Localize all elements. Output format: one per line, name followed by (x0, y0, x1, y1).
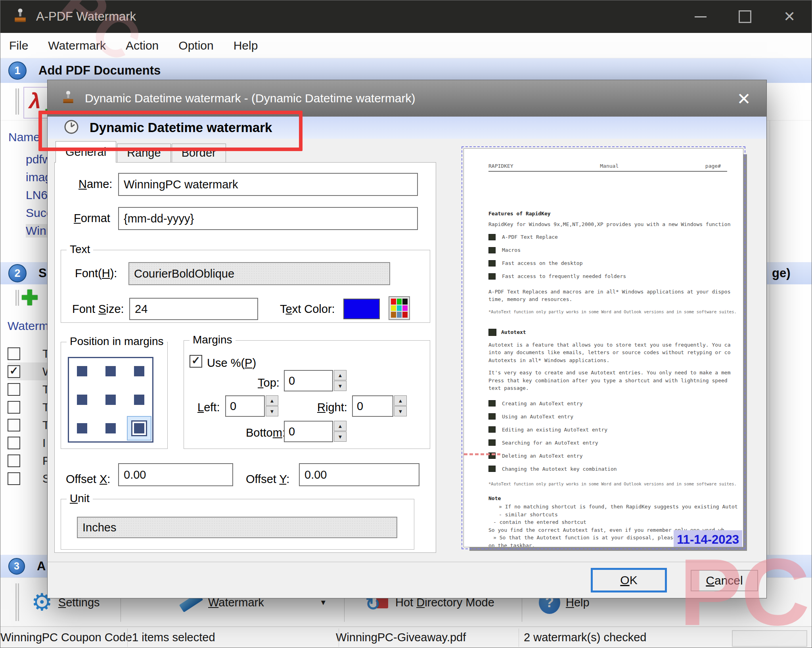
dialog-title-bar: Dynamic Datetime watermark - (Dynamic Da… (48, 80, 766, 117)
watermark-checkbox[interactable] (8, 347, 20, 360)
dropdown-arrow-icon[interactable]: ▾ (321, 597, 326, 608)
format-dropdown[interactable]: {mm-dd-yyyy} (118, 207, 418, 230)
position-cell[interactable] (71, 417, 94, 440)
bullet-icon (488, 439, 496, 446)
bottom-margin-label: Bottom: (246, 426, 285, 439)
format-label: Format (74, 212, 110, 225)
spin-down-icon[interactable]: ▼ (394, 406, 407, 416)
right-margin-label: Right: (317, 401, 347, 414)
spin-up-icon[interactable]: ▲ (266, 395, 278, 406)
watermark-checkbox[interactable] (8, 437, 20, 449)
file-row[interactable]: imag (8, 168, 53, 186)
file-row[interactable]: pdfw (8, 150, 53, 168)
unit-dropdown[interactable]: Inches (77, 517, 397, 538)
watermark-checkbox[interactable] (8, 472, 20, 485)
text-group: Text Font(H): CourierBoldOblique Font Si… (61, 250, 430, 323)
maximize-button[interactable] (723, 0, 767, 33)
toolbar-grip[interactable] (15, 290, 19, 306)
right-margin-input[interactable]: 0 (352, 395, 393, 417)
use-percent-checkbox[interactable] (190, 355, 202, 368)
toolbar-grip[interactable] (15, 88, 19, 115)
close-button[interactable]: ✕ (767, 0, 812, 33)
position-cell[interactable] (99, 388, 122, 411)
font-size-input[interactable]: 24 (129, 298, 258, 320)
name-label: Name: (79, 178, 112, 191)
spin-down-icon[interactable]: ▼ (334, 431, 347, 442)
dialog-separator (48, 562, 766, 562)
tab[interactable]: General (56, 141, 116, 163)
ok-button[interactable]: OK (591, 568, 667, 592)
add-watermark-button[interactable]: ✚ (21, 286, 38, 310)
position-cell[interactable] (99, 417, 122, 440)
color-palette-icon[interactable] (389, 296, 410, 320)
menu-bar: FileWatermarkActionOptionHelp (0, 33, 812, 58)
font-dropdown[interactable]: CourierBoldOblique (128, 262, 390, 285)
position-square-icon (77, 423, 87, 433)
file-list-header[interactable]: Name (8, 130, 53, 144)
cancel-button[interactable]: Cancel (691, 570, 758, 591)
menu-item[interactable]: Action (126, 39, 159, 52)
name-input[interactable]: WinningPC watermark (118, 173, 418, 196)
watermark-checkbox[interactable] (8, 454, 20, 467)
doc-header-right: page# (705, 162, 721, 170)
offset-y-input[interactable]: 0.00 (299, 463, 419, 486)
spin-up-icon[interactable]: ▲ (394, 395, 407, 406)
menu-item[interactable]: File (9, 39, 28, 52)
bottom-margin-input[interactable]: 0 (284, 421, 333, 442)
left-margin-stepper: 0 ▲▼ (225, 395, 278, 417)
doc-note-line: - similar shortcuts (499, 511, 743, 519)
position-cell[interactable] (99, 360, 122, 383)
doc-paragraph: It's very easy to create and use Autotex… (488, 369, 743, 377)
top-margin-input[interactable]: 0 (284, 370, 333, 391)
doc-footnote: *AutoText function only partly works in … (488, 309, 743, 315)
dialog-title: Dynamic Datetime watermark - (Dynamic Da… (85, 92, 416, 105)
watermark-checkbox[interactable] (8, 401, 20, 414)
watermark-checkbox[interactable] (8, 419, 20, 431)
status-cell: WinningPC Coupon Code (0, 631, 132, 644)
watermark-checkbox[interactable] (8, 383, 20, 396)
bullet-icon (488, 273, 496, 280)
doc-paragraph: text passage. (488, 384, 743, 392)
status-separator (339, 629, 339, 647)
dialog-close-button[interactable]: ✕ (733, 88, 755, 109)
use-percent-label: Use %(P) (207, 357, 256, 370)
left-margin-input[interactable]: 0 (225, 395, 265, 417)
spin-up-icon[interactable]: ▲ (334, 421, 347, 431)
spin-down-icon[interactable]: ▼ (266, 406, 278, 416)
top-margin-stepper: 0 ▲▼ (284, 370, 347, 391)
file-row[interactable]: Succ (8, 204, 53, 222)
app-title: A-PDF Watermark (36, 10, 136, 24)
dialog-tabs: GeneralRangeBorder (56, 143, 227, 163)
position-cell[interactable] (71, 360, 94, 383)
position-cell[interactable] (71, 388, 94, 411)
status-right-panel (732, 630, 807, 647)
dialog-stamp-icon (60, 90, 76, 107)
menu-item[interactable]: Option (178, 39, 213, 52)
step1-header: 1 Add PDF Documents (0, 58, 812, 83)
position-cell[interactable] (128, 360, 151, 383)
position-square-icon (105, 366, 116, 376)
dialog-header-title: Dynamic Datetime watermark (90, 120, 272, 135)
doc-header-rule (488, 171, 727, 172)
status-separator (519, 629, 519, 647)
position-cell[interactable] (128, 388, 151, 411)
status-separator (127, 629, 128, 647)
spin-up-icon[interactable]: ▲ (334, 370, 347, 380)
menu-item[interactable]: Watermark (48, 39, 106, 52)
text-color-swatch[interactable] (343, 299, 380, 319)
watermark-checkbox[interactable] (8, 365, 20, 378)
position-cell[interactable] (128, 417, 151, 440)
close-icon: ✕ (783, 10, 795, 24)
file-row[interactable]: Winn (8, 222, 53, 240)
step2-label-fragment: ge) (772, 266, 791, 280)
menu-item[interactable]: Help (234, 39, 258, 52)
watermark-name: I (42, 436, 46, 450)
minimize-button[interactable] (678, 0, 723, 33)
spin-down-icon[interactable]: ▼ (334, 381, 347, 391)
tab[interactable]: Border (172, 144, 226, 163)
offset-x-input[interactable]: 0.00 (118, 463, 233, 486)
file-row[interactable]: LN6 (8, 186, 53, 204)
toolbar-grip[interactable] (15, 583, 19, 621)
pdf-file-list: Name pdfw imag LN6 (8, 130, 53, 240)
tab[interactable]: Range (117, 144, 170, 163)
